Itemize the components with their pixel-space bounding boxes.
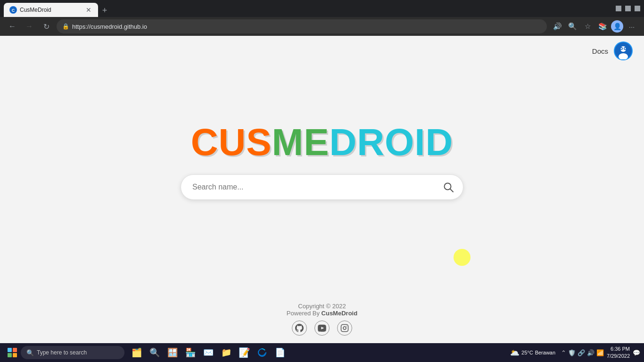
browser-chrome: C CusMeDroid ✕ + ─ ▭ ✕	[0, 0, 644, 17]
favorites-button[interactable]: ☆	[581, 20, 594, 33]
new-tab-button[interactable]: +	[98, 4, 111, 17]
tab-bar: C CusMeDroid ✕ +	[4, 0, 612, 17]
taskbar-date: 7/29/2022	[607, 353, 630, 360]
active-tab[interactable]: C CusMeDroid ✕	[4, 3, 98, 17]
taskbar-app-edge[interactable]	[254, 344, 271, 361]
taskbar-search-bar[interactable]: 🔍 Type here to search	[21, 346, 124, 359]
svg-text:C: C	[12, 8, 15, 13]
lock-icon: 🔒	[62, 23, 69, 30]
restore-button[interactable]: ▭	[625, 6, 631, 11]
github-icon[interactable]	[292, 321, 307, 336]
read-aloud-button[interactable]: 🔊	[551, 20, 564, 33]
search-input[interactable]	[192, 183, 441, 191]
notification-button[interactable]: 💬	[633, 349, 640, 356]
taskbar-time: 6:36 PM	[607, 346, 630, 353]
window-controls: ─ ▭ ✕	[616, 6, 640, 11]
social-icons	[8, 321, 636, 336]
system-tray: ⌃ 🛡️ 🔗 🔊 📶	[561, 349, 604, 356]
address-bar-input[interactable]: 🔒 https://cusmedroid.github.io	[57, 19, 547, 33]
windows-logo-icon	[8, 348, 17, 357]
taskbar-app-store[interactable]: 🏪	[182, 344, 199, 361]
search-icon	[443, 182, 454, 192]
svg-rect-11	[341, 325, 348, 332]
taskbar-app-files[interactable]: 📁	[218, 344, 235, 361]
search-bar	[181, 174, 463, 200]
site-nav: Docs	[0, 36, 644, 66]
webpage-content: Docs CUSMEDROID	[0, 36, 644, 343]
search-button[interactable]	[441, 180, 455, 194]
svg-point-8	[625, 48, 626, 49]
site-footer: Copyright © 2022 Powered By CusMeDroid	[0, 295, 644, 343]
browser-lens-button[interactable]: 🔍	[566, 20, 579, 33]
taskbar-apps: 🗂️ 🔍 🪟 🏪 ✉️ 📁 📝 📄	[128, 344, 289, 361]
settings-button[interactable]: ···	[625, 20, 638, 33]
taskbar-app-search[interactable]: 🔍	[146, 344, 163, 361]
tray-antivirus-icon[interactable]: 🛡️	[568, 349, 576, 356]
svg-point-7	[621, 48, 622, 49]
tray-volume-icon[interactable]: 🔊	[587, 349, 594, 356]
tab-title: CusMeDroid	[20, 7, 82, 13]
address-bar: ← → ↻ 🔒 https://cusmedroid.github.io 🔊 🔍…	[0, 17, 644, 36]
docs-link[interactable]: Docs	[592, 47, 608, 55]
back-button[interactable]: ←	[6, 20, 19, 33]
collections-button[interactable]: 📚	[596, 20, 609, 33]
tray-up-arrow[interactable]: ⌃	[561, 349, 566, 356]
instagram-icon[interactable]	[337, 321, 352, 336]
taskbar-app-mail[interactable]: ✉️	[200, 344, 217, 361]
taskbar-app-multitasking[interactable]: 🪟	[164, 344, 181, 361]
logo-me: ME	[272, 121, 330, 163]
main-content: CUSMEDROID	[0, 66, 644, 295]
profile-avatar[interactable]: 👤	[611, 20, 623, 33]
weather-condition: Berawan	[535, 350, 555, 355]
taskbar-app-widgets[interactable]: 🗂️	[128, 344, 145, 361]
weather-widget[interactable]: 🌥️ 25°C Berawan	[510, 348, 555, 357]
tab-close-button[interactable]: ✕	[85, 6, 92, 14]
logo-cus: CUS	[191, 121, 272, 163]
start-button[interactable]	[4, 344, 21, 361]
taskbar-right: 🌥️ 25°C Berawan ⌃ 🛡️ 🔗 🔊 📶 6:36 PM 7/29/…	[510, 346, 640, 360]
browser-action-buttons: 🔊 🔍 ☆ 📚 👤 ···	[551, 20, 638, 33]
taskbar-search-text: Type here to search	[37, 349, 87, 356]
close-button[interactable]: ✕	[635, 6, 640, 11]
taskbar-app-editor[interactable]: 📝	[236, 344, 253, 361]
tab-favicon: C	[9, 6, 17, 14]
site-avatar-logo[interactable]	[614, 41, 633, 60]
taskbar-app-sublime[interactable]: 📄	[272, 344, 289, 361]
reload-button[interactable]: ↻	[40, 20, 53, 33]
logo-droid: DROID	[330, 121, 454, 163]
tray-network-icon[interactable]: 🔗	[578, 349, 585, 356]
tray-wifi-icon[interactable]: 📶	[596, 349, 604, 356]
svg-point-12	[343, 327, 346, 329]
taskbar-datetime[interactable]: 6:36 PM 7/29/2022	[607, 346, 630, 360]
minimize-button[interactable]: ─	[616, 6, 621, 11]
forward-button[interactable]: →	[23, 20, 36, 33]
svg-point-13	[346, 326, 347, 327]
site-logo: CUSMEDROID	[191, 123, 454, 161]
url-text: https://cusmedroid.github.io	[72, 23, 147, 30]
powered-by-text: Powered By CusMeDroid	[8, 310, 636, 317]
youtube-icon[interactable]	[314, 321, 330, 336]
taskbar-search-icon: 🔍	[26, 349, 34, 356]
weather-temp: 25°C	[521, 350, 533, 355]
copyright-text: Copyright © 2022	[8, 303, 636, 310]
taskbar: 🔍 Type here to search 🗂️ 🔍 🪟 🏪 ✉️ 📁 📝 📄 …	[0, 343, 644, 362]
svg-line-10	[450, 189, 453, 192]
